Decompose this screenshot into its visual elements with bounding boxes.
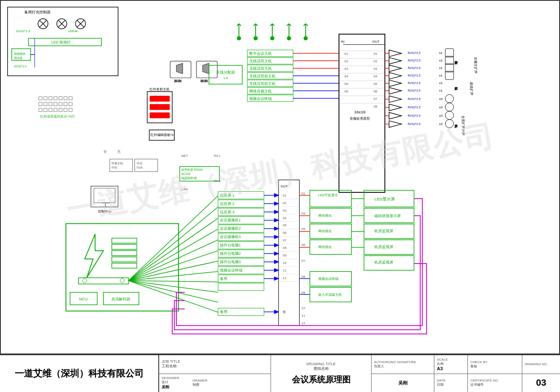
svg-text:LED 装饰灯: LED 装饰灯 (52, 41, 71, 45)
svg-text:RVS2*2.5: RVS2*2.5 (408, 106, 421, 109)
svg-text:备用: 备用 (220, 277, 227, 281)
svg-text:x1: x1 (439, 66, 443, 70)
auth-zh: 负责人 (374, 364, 431, 369)
svg-text:RVS2*2.5: RVS2*2.5 (408, 51, 421, 54)
svg-text:03: 03 (283, 209, 286, 213)
svg-text:LED显示屏: LED显示屏 (374, 197, 395, 201)
drawing-no-value: 03 (536, 377, 546, 388)
svg-rect-45 (150, 96, 170, 102)
svg-text:操作台电脑1: 操作台电脑1 (220, 243, 241, 247)
svg-text:无: 无 (117, 150, 121, 154)
svg-text:操作台电脑2: 操作台电脑2 (220, 251, 241, 256)
svg-text:全景扩声户声: 全景扩声户声 (461, 115, 465, 136)
svg-text:01: 01 (344, 52, 348, 56)
svg-text:10: 10 (283, 261, 286, 265)
drawing-no-section: DRAWING NO. 03 (522, 355, 560, 392)
svg-text:会议摄像机3: 会议摄像机3 (220, 235, 241, 239)
svg-text:x1: x1 (439, 81, 443, 85)
svg-text:红外语音遥控灰元"70只: 红外语音遥控灰元"70只 (40, 115, 75, 118)
svg-text:x1: x1 (439, 51, 443, 55)
svg-text:高清解码器: 高清解码器 (111, 297, 130, 301)
svg-text:调光器: 调光器 (14, 56, 23, 59)
svg-text:08: 08 (302, 275, 305, 279)
svg-text:RVS2*2.5: RVS2*2.5 (408, 59, 421, 62)
svg-text:06: 06 (283, 231, 286, 235)
svg-text:06: 06 (302, 243, 305, 247)
svg-text:05: 05 (374, 82, 377, 86)
svg-rect-47 (150, 113, 170, 118)
svg-text:x3: x3 (439, 122, 443, 126)
svg-text:1:8: 1:8 (223, 76, 228, 80)
svg-text:控制中心: 控制中心 (98, 210, 111, 213)
svg-text:智能模块: 智能模块 (14, 52, 26, 55)
svg-text:SVS2*1.0: SVS2*1.0 (16, 29, 31, 33)
svg-text:机房监视屏: 机房监视屏 (374, 229, 393, 233)
svg-text:RVS2*2.5: RVS2*2.5 (408, 89, 421, 92)
svg-text:无线话筒主机: 无线话筒主机 (249, 67, 272, 71)
svg-text:06: 06 (374, 90, 377, 93)
company-name: 一道艾维（深圳）科技有限公司 (15, 367, 144, 380)
svg-text:机房监视屏: 机房监视屏 (374, 260, 393, 264)
svg-text:BUN: BUN (201, 79, 208, 83)
svg-text:VGA: VGA (137, 166, 143, 169)
cert-section: CHECK BY 复核 CERTIFICATE NO. 证书编号 (468, 355, 522, 392)
drawer-zh: 制图 (193, 382, 207, 387)
drawing-title-label: DRAWING TITLE (306, 362, 335, 366)
svg-text:10: 10 (302, 307, 305, 310)
svg-text:网络音频主机: 网络音频主机 (249, 89, 272, 93)
svg-text:x3: x3 (439, 97, 443, 101)
date-zh: 日期 (437, 382, 465, 387)
svg-text:无线话筒前主机: 无线话筒前主机 (249, 82, 276, 86)
svg-text:申视主机: 申视主机 (111, 162, 123, 165)
svg-text:11: 11 (302, 314, 305, 318)
svg-text:天线分配器: 天线分配器 (216, 70, 235, 74)
scale-value: A3 (437, 366, 465, 371)
drawer-label: DRAWER (193, 379, 207, 382)
svg-text:02: 02 (344, 59, 348, 63)
diagram-area: 一道艾维（深圳）科技有限公司 备用灯光控制器 LED 装饰灯 SVS2*1.0 … (0, 0, 560, 354)
svg-text:06: 06 (344, 82, 348, 86)
svg-text:MCU: MCU (79, 297, 88, 301)
svg-text:程序机器 RS520: 程序机器 RS520 (181, 168, 203, 171)
main-container: 一道艾维（深圳）科技有限公司 备用灯光控制器 LED 装饰灯 SVS2*1.0 … (0, 0, 560, 392)
svg-point-58 (254, 37, 257, 40)
svg-text:RVS2*2.5: RVS2*2.5 (408, 74, 421, 77)
svg-text:备: 备 (283, 310, 286, 314)
designer-value: 吴刚 (162, 384, 179, 390)
svg-text:中控: 中控 (111, 166, 117, 169)
svg-text:04: 04 (344, 74, 348, 78)
svg-rect-46 (150, 104, 170, 110)
auth-value: 吴刚 (398, 380, 408, 386)
svg-text:02: 02 (283, 201, 286, 205)
designer-cell: DESIGNER 设计 吴刚 (162, 376, 179, 390)
drawing-title-section: DRAWING TITLE 图纸名称 会议系统原理图 (271, 355, 372, 392)
svg-text:05: 05 (283, 223, 286, 227)
svg-marker-72 (176, 63, 183, 74)
company-section: 一道艾维（深圳）科技有限公司 (0, 355, 159, 392)
designer-label: DESIGNER (162, 376, 179, 380)
scale-label: SCALE (437, 358, 465, 361)
drawer-cell: DRAWER 制图 (193, 379, 207, 387)
svg-text:01: 01 (283, 194, 286, 197)
svg-text:01: 01 (374, 52, 377, 56)
svg-text:全: 全 (103, 150, 107, 154)
svg-text:RS-3: RS-3 (214, 179, 221, 182)
scale-label-zh: 比例 (437, 361, 465, 366)
svg-text:04: 04 (302, 212, 305, 215)
svg-text:09: 09 (283, 254, 286, 257)
drawing-no-label: DRAWING NO. (525, 362, 557, 366)
drawing-title-zh: 图纸名称 (314, 366, 329, 372)
svg-text:LED字处显示: LED字处显示 (318, 193, 338, 197)
circuit-diagram: 备用灯光控制器 LED 装饰灯 SVS2*1.0 168VA 智能模块 调光器 (1, 1, 559, 354)
svg-marker-75 (203, 63, 209, 74)
auth-label: AUTHORIZED SIGNATURE (374, 360, 431, 364)
svg-text:IN: IN (341, 40, 344, 44)
job-section: JOB TITLE 工程名称 DESIGNER 设计 吴刚 DRAWER 制图 (159, 355, 271, 392)
svg-text:11: 11 (283, 269, 286, 272)
svg-text:超低扩声: 超低扩声 (470, 82, 473, 95)
svg-text:08: 08 (283, 246, 286, 250)
svg-text:09: 09 (302, 291, 305, 295)
svg-text:01: 01 (302, 192, 305, 195)
svg-text:网传视化: 网传视化 (318, 229, 332, 233)
svg-text:12: 12 (302, 321, 305, 325)
